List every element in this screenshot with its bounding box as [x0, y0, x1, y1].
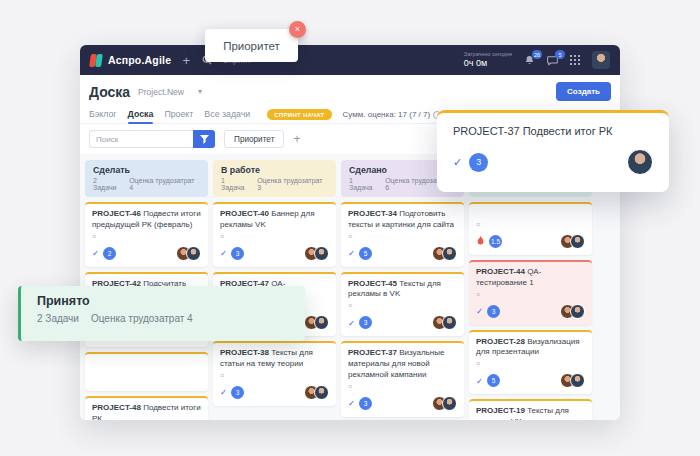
- assignee-avatars: [560, 304, 585, 319]
- estimate-badge: 3: [469, 153, 488, 172]
- column-effort: Оценка трудозатрат 3: [257, 177, 328, 191]
- task-card[interactable]: PROJECT-19 Тексты для рекламы VK≡✓5: [469, 399, 592, 420]
- description-icon: ≡: [220, 233, 329, 240]
- app-window: Аспро.Agile + Спринт Затрачено сегодня 0…: [80, 45, 620, 420]
- task-footer: ✓5: [348, 246, 457, 261]
- check-icon: ✓: [348, 398, 355, 408]
- column-task-count: 1 Задача: [221, 177, 250, 191]
- task-footer: ✓3: [348, 396, 457, 411]
- check-icon: ✓: [92, 248, 99, 258]
- project-select[interactable]: Project.New ▾: [138, 87, 202, 97]
- tab-project[interactable]: Проект: [164, 107, 193, 123]
- tab-backlog[interactable]: Бэклог: [89, 107, 117, 123]
- description-icon: ≡: [220, 372, 329, 379]
- column-name: В работе: [221, 165, 328, 175]
- avatar: [442, 396, 457, 411]
- check-icon: ✓: [348, 248, 355, 258]
- task-id: PROJECT-45: [348, 279, 397, 288]
- accepted-title: Принято: [37, 294, 289, 308]
- task-callout-title: PROJECT-37 Подвести итог РК: [453, 125, 653, 137]
- estimate-badge: 5: [359, 247, 372, 260]
- task-id: PROJECT-37: [348, 348, 397, 357]
- description-icon: ≡: [348, 233, 457, 240]
- task-card[interactable]: ≡1.5: [469, 202, 592, 255]
- add-icon[interactable]: +: [180, 54, 192, 66]
- task-id: PROJECT-40: [220, 209, 269, 218]
- page-title: Доска: [89, 84, 130, 100]
- chat-icon[interactable]: 5: [546, 54, 558, 66]
- avatar: [570, 234, 585, 249]
- check-icon: ✓: [348, 318, 355, 328]
- task-footer: ✓3: [220, 246, 329, 261]
- task-id: PROJECT-44: [476, 267, 525, 276]
- column-name: Сделать: [93, 165, 200, 175]
- tab-all-tasks[interactable]: Все задачи: [204, 107, 250, 123]
- task-title: PROJECT-40 Баннер для рекламы VK: [220, 209, 329, 231]
- estimate-badge: 1.5: [489, 235, 502, 248]
- task-footer: ✓5: [476, 373, 585, 388]
- task-card[interactable]: PROJECT-38 Тексты для статьи на тему тео…: [213, 341, 336, 406]
- notifications-bell-icon[interactable]: 26: [523, 54, 535, 66]
- filter-funnel-button[interactable]: [193, 130, 215, 148]
- estimate-badge: 3: [359, 316, 372, 329]
- task-card[interactable]: PROJECT-46 Подвести итоги предыдущей РК …: [85, 202, 208, 267]
- task-card[interactable]: PROJECT-45 Тексты для рекламы в VK≡✓3: [341, 272, 464, 337]
- task-title: PROJECT-34 Подготовить тексты и картинки…: [348, 209, 457, 231]
- avatar: [314, 246, 329, 261]
- task-title: PROJECT-45 Тексты для рекламы в VK: [348, 279, 457, 301]
- task-card[interactable]: PROJECT-34 Подготовить тексты и картинки…: [341, 202, 464, 267]
- time-tracker[interactable]: Затрачено сегодня 0ч 0м: [464, 51, 512, 69]
- accepted-column-callout: Принято 2 Задачи Оценка трудозатрат 4: [18, 286, 305, 341]
- fire-icon: [476, 236, 485, 247]
- tab-board[interactable]: Доска: [128, 107, 154, 123]
- search-input[interactable]: [89, 130, 193, 148]
- task-title: PROJECT-37 Визуальные материалы для ново…: [348, 348, 457, 380]
- assignee-avatars: [432, 246, 457, 261]
- task-title: PROJECT-28 Визуализация для презентации: [476, 337, 585, 359]
- task-card[interactable]: [85, 352, 208, 391]
- check-icon: ✓: [453, 156, 462, 169]
- check-icon: ✓: [220, 387, 227, 397]
- logo-icon: [90, 54, 103, 67]
- page-header: Доска Project.New ▾ Создать: [80, 75, 620, 106]
- task-card[interactable]: PROJECT-28 Визуализация для презентации≡…: [469, 330, 592, 395]
- app-logo[interactable]: Аспро.Agile: [90, 54, 171, 67]
- avatar: [442, 315, 457, 330]
- bell-badge: 26: [532, 50, 542, 59]
- task-card[interactable]: PROJECT-44 QA-тестирование 1≡✓3: [469, 260, 592, 325]
- task-card[interactable]: PROJECT-48 Подвести итоги РК≡✓3: [85, 396, 208, 420]
- column-header: Сделать2 ЗадачиОценка трудозатрат 4: [85, 160, 208, 197]
- check-icon: ✓: [476, 376, 483, 386]
- task-id: PROJECT-28: [476, 337, 525, 346]
- task-card-callout[interactable]: PROJECT-37 Подвести итог РК ✓ 3: [437, 110, 669, 192]
- description-icon: ≡: [476, 291, 585, 298]
- task-footer: ✓3: [348, 315, 457, 330]
- close-icon[interactable]: ×: [289, 21, 306, 38]
- task-footer: ✓3: [476, 304, 585, 319]
- user-avatar[interactable]: [592, 51, 610, 69]
- avatar: [442, 246, 457, 261]
- priority-filter-chip[interactable]: Приоритет: [224, 130, 284, 148]
- assignee-avatar: [627, 149, 653, 175]
- apps-grid-icon[interactable]: [569, 54, 581, 66]
- task-card[interactable]: PROJECT-40 Баннер для рекламы VK≡✓3: [213, 202, 336, 267]
- add-filter-button[interactable]: +: [293, 133, 300, 145]
- task-id: PROJECT-38: [220, 348, 269, 357]
- chevron-down-icon: ▾: [198, 87, 202, 96]
- description-icon: ≡: [92, 233, 201, 240]
- accepted-task-count: 2 Задачи: [37, 313, 79, 324]
- assignee-avatars: [176, 246, 201, 261]
- task-id: PROJECT-34: [348, 209, 397, 218]
- avatar: [186, 246, 201, 261]
- create-button[interactable]: Создать: [556, 82, 611, 101]
- column-meta: 2 ЗадачиОценка трудозатрат 4: [93, 177, 200, 191]
- task-footer: ✓3: [220, 385, 329, 400]
- chat-badge: 5: [555, 50, 565, 59]
- estimate-badge: 3: [231, 386, 244, 399]
- estimate-badge: 3: [487, 305, 500, 318]
- task-card[interactable]: PROJECT-37 Визуальные материалы для ново…: [341, 341, 464, 416]
- sprint-summary-text: Сумм. оценка: 17 (7 / 7): [343, 110, 431, 119]
- priority-tooltip: Приоритет ×: [205, 29, 298, 62]
- avatar: [570, 304, 585, 319]
- time-value: 0ч 0м: [464, 58, 512, 69]
